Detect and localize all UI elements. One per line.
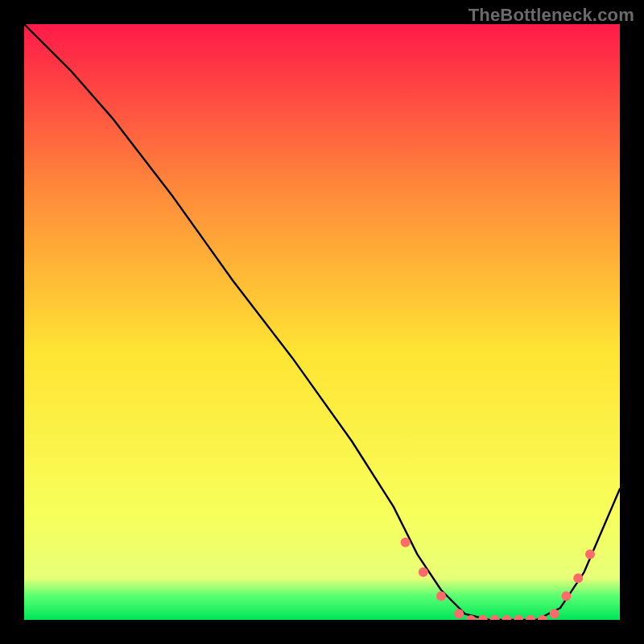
highlight-point [550,609,559,619]
highlight-point [436,591,446,601]
highlight-point [419,568,428,577]
chart-svg [24,24,620,620]
highlight-point [454,609,464,619]
watermark: TheBottleneck.com [469,5,634,26]
highlight-point [401,538,411,547]
highlight-point [573,573,583,583]
plot-area [24,24,620,620]
gradient-background [24,24,620,620]
highlight-point [585,550,595,559]
chart-container: TheBottleneck.com [0,0,644,644]
highlight-point [561,591,571,601]
